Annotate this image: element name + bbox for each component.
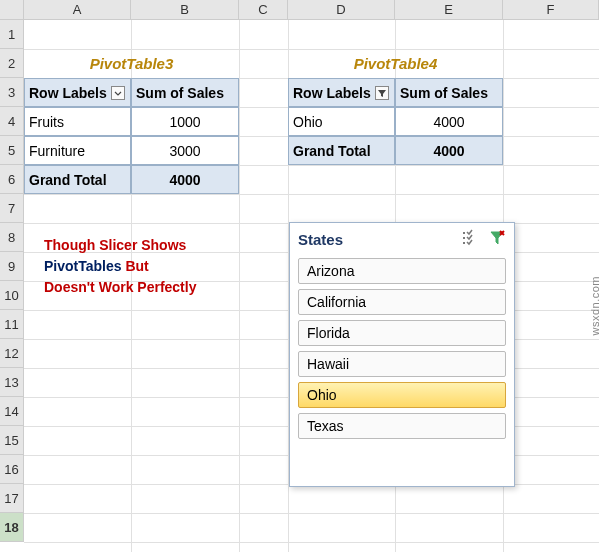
multi-select-icon[interactable] (460, 229, 478, 250)
col-header[interactable]: C (239, 0, 288, 19)
row-header[interactable]: 15 (0, 426, 24, 455)
pivot3-title: PivotTable3 (24, 49, 239, 78)
pivot4-header-rowlabels[interactable]: Row Labels (288, 78, 395, 107)
col-header[interactable]: A (24, 0, 131, 19)
pivot4-h1-text: Row Labels (293, 85, 371, 101)
row-headers: 123456789101112131415161718 (0, 20, 24, 542)
clear-filter-icon[interactable] (488, 229, 506, 250)
slicer-item[interactable]: Hawaii (298, 351, 506, 377)
slicer-item[interactable]: Florida (298, 320, 506, 346)
pivot3-total-label: Grand Total (24, 165, 131, 194)
pivot3-h1-text: Row Labels (29, 85, 107, 101)
row-header[interactable]: 7 (0, 194, 24, 223)
pivot3-row-label[interactable]: Furniture (24, 136, 131, 165)
column-headers: ABCDEF (0, 0, 599, 20)
slicer-item[interactable]: California (298, 289, 506, 315)
row-header[interactable]: 16 (0, 455, 24, 484)
pivot3-row-val[interactable]: 3000 (131, 136, 239, 165)
row-header[interactable]: 9 (0, 252, 24, 281)
row-header[interactable]: 5 (0, 136, 24, 165)
row-header[interactable]: 1 (0, 20, 24, 49)
row-header[interactable]: 18 (0, 513, 24, 542)
pivot4-total-label: Grand Total (288, 136, 395, 165)
pivot3-row-val[interactable]: 1000 (131, 107, 239, 136)
row-header[interactable]: 8 (0, 223, 24, 252)
slicer-body: ArizonaCaliforniaFloridaHawaiiOhioTexas (290, 254, 514, 452)
row-header[interactable]: 3 (0, 78, 24, 107)
col-header[interactable]: D (288, 0, 395, 19)
col-header[interactable]: F (503, 0, 599, 19)
row-header[interactable]: 12 (0, 339, 24, 368)
col-header[interactable]: E (395, 0, 503, 19)
svg-rect-0 (112, 86, 125, 99)
slicer-panel[interactable]: States ArizonaCaliforniaFloridaHawaiiOhi… (289, 222, 515, 487)
pivot4-total-val: 4000 (395, 136, 503, 165)
row-header[interactable]: 14 (0, 397, 24, 426)
row-header[interactable]: 4 (0, 107, 24, 136)
pivot3-row-label[interactable]: Fruits (24, 107, 131, 136)
row-header[interactable]: 10 (0, 281, 24, 310)
pivot3-header-sumsales: Sum of Sales (131, 78, 239, 107)
slicer-item[interactable]: Ohio (298, 382, 506, 408)
row-header[interactable]: 13 (0, 368, 24, 397)
pivot4-header-sumsales: Sum of Sales (395, 78, 503, 107)
col-header[interactable]: B (131, 0, 239, 19)
pivot4-row-label[interactable]: Ohio (288, 107, 395, 136)
row-header[interactable]: 2 (0, 49, 24, 78)
row-header[interactable]: 11 (0, 310, 24, 339)
col-header[interactable] (0, 0, 24, 19)
watermark: wsxdn.com (589, 276, 599, 336)
pivot3-total-val: 4000 (131, 165, 239, 194)
annotation-text: Though Slicer Shows PivotTables But Does… (44, 235, 274, 298)
filter-icon[interactable] (374, 85, 390, 101)
pivot4-row-val[interactable]: 4000 (395, 107, 503, 136)
slicer-item[interactable]: Arizona (298, 258, 506, 284)
chevron-down-icon[interactable] (110, 85, 126, 101)
slicer-title: States (298, 231, 343, 248)
row-header[interactable]: 17 (0, 484, 24, 513)
slicer-header: States (290, 223, 514, 254)
pivot4-title: PivotTable4 (288, 49, 503, 78)
pivot3-header-rowlabels[interactable]: Row Labels (24, 78, 131, 107)
slicer-item[interactable]: Texas (298, 413, 506, 439)
row-header[interactable]: 6 (0, 165, 24, 194)
